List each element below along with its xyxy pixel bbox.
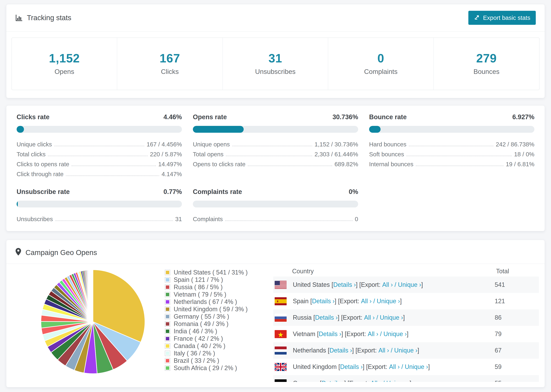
dotted-leader [54, 146, 144, 146]
link-separator: / [374, 314, 380, 321]
details-link[interactable]: Details › [315, 314, 338, 321]
flag-es-icon [275, 297, 287, 305]
export-unique-link[interactable]: Unique › [377, 298, 400, 305]
details-link[interactable]: Details › [333, 281, 356, 288]
summary-stat: 167 Clicks [117, 38, 223, 90]
legend-item: South Africa ( 29 / 2% ) [165, 364, 247, 372]
export-prefix: [Export: [338, 298, 359, 305]
bracket: ] [335, 298, 338, 305]
legend-label: Germany ( 55 / 3% ) [174, 313, 229, 320]
rate-value: 30.736% [332, 113, 358, 121]
export-unique-link[interactable]: Unique › [383, 330, 407, 338]
legend-label: Spain ( 121 / 7% ) [174, 276, 223, 283]
summary-stat-label: Opens [12, 68, 117, 75]
details-link[interactable]: Details › [322, 380, 344, 382]
rate-detail-row: Clicks to opens rate 14.497% [17, 158, 182, 168]
country-name: Russia [293, 314, 312, 321]
details-link[interactable]: Details › [329, 347, 352, 354]
summary-stat-value: 31 [223, 51, 328, 65]
legend-swatch [165, 322, 170, 326]
rate-detail-value: 18 / 0% [514, 151, 534, 158]
export-prefix: [Export: [347, 380, 369, 382]
column-header-total: Total [496, 268, 539, 275]
rate-detail-value: 167 / 4.456% [147, 141, 182, 148]
rate-detail-value: 242 / 86.738% [496, 141, 534, 148]
bracket: ] [363, 363, 366, 371]
geo-table-row: Netherlands [ Details › ] [Export: All ›… [273, 342, 539, 359]
export-prefix: [Export: [345, 330, 366, 338]
summary-stat-label: Complaints [328, 68, 433, 75]
summary-stat-label: Bounces [434, 68, 539, 75]
link-separator: / [389, 347, 394, 354]
legend-swatch [165, 329, 170, 334]
rate-title: Opens rate [193, 113, 227, 121]
export-all-link[interactable]: All › [370, 380, 381, 382]
rate-detail-row: Unsubscribes 31 [17, 213, 182, 223]
export-unique-link[interactable]: Unique › [398, 281, 421, 288]
country-name: Spain [293, 298, 309, 305]
link-separator: / [372, 298, 377, 305]
export-unique-link[interactable]: Unique › [386, 380, 410, 382]
flag-gb-icon [275, 363, 287, 371]
flag-nl-icon [275, 347, 287, 355]
details-link[interactable]: Details › [319, 330, 341, 338]
geo-table-row: Spain [ Details › ] [Export: All › / Uni… [273, 293, 539, 309]
export-all-link[interactable]: All › [364, 314, 374, 321]
dotted-leader [66, 175, 159, 176]
bracket: ] [356, 281, 359, 288]
rates-grid: Clicks rate 4.46% Unique clicks 167 / 4.… [17, 113, 534, 223]
export-all-link[interactable]: All › [379, 347, 389, 354]
rate-block: Unsubscribe rate 0.77% Unsubscribes 31 [17, 188, 182, 223]
country-total: 67 [495, 347, 537, 354]
export-prefix: [Export: [341, 314, 362, 321]
summary-stat-label: Clicks [117, 68, 222, 75]
details-link[interactable]: Details › [340, 363, 363, 371]
summary-stat: 1,152 Opens [12, 38, 117, 90]
legend-item: Spain ( 121 / 7% ) [165, 276, 247, 283]
export-unique-link[interactable]: Unique › [405, 363, 428, 371]
rate-title: Unsubscribe rate [17, 188, 70, 196]
geo-content: United States ( 541 / 31% ) Spain ( 121 … [6, 264, 545, 382]
bracket: [ [320, 380, 322, 382]
export-prefix: [Export: [359, 281, 380, 288]
geo-table-row: United Kingdom [ Details › ] [Export: Al… [273, 359, 539, 375]
bracket: [ [328, 347, 329, 354]
rate-detail-row: Complaints 0 [193, 213, 358, 223]
bracket: ] [341, 330, 345, 338]
export-all-link[interactable]: All › [368, 330, 378, 338]
export-unique-link[interactable]: Unique › [380, 314, 403, 321]
rate-detail-value: 4.147% [162, 171, 182, 177]
legend-label: South Africa ( 29 / 2% ) [174, 364, 237, 372]
export-all-link[interactable]: All › [389, 363, 400, 371]
rate-detail-value: 220 / 5.87% [150, 151, 182, 158]
country-total: 55 [495, 380, 537, 382]
rate-detail-label: Opens to clicks rate [193, 161, 245, 168]
rate-detail-value: 31 [175, 216, 182, 223]
rate-detail-row: Total opens 2,303 / 61.446% [193, 148, 358, 158]
export-all-link[interactable]: All › [361, 298, 372, 305]
bracket: ] [428, 363, 430, 371]
export-all-link[interactable]: All › [382, 281, 393, 288]
bracket: ] [407, 330, 409, 338]
legend-swatch [165, 270, 170, 275]
rate-detail-row: Unique clicks 167 / 4.456% [17, 138, 182, 148]
bracket: ] [338, 314, 341, 321]
country-name: Germany [293, 380, 318, 382]
legend-label: Vietnam ( 79 / 5% ) [174, 291, 226, 298]
link-separator: / [378, 330, 383, 338]
export-basic-stats-button[interactable]: Export basic stats [468, 11, 536, 25]
dotted-leader [55, 220, 173, 221]
rate-progress-track [193, 201, 358, 207]
details-link[interactable]: Details › [312, 298, 335, 305]
rate-detail-value: 0 [355, 216, 358, 223]
rate-detail-value: 689.82% [335, 161, 358, 168]
legend-item: Russia ( 86 / 5% ) [165, 283, 247, 291]
summary-stat-value: 0 [328, 51, 433, 65]
bracket: ] [421, 281, 423, 288]
export-unique-link[interactable]: Unique › [394, 347, 417, 354]
pie-legend: United States ( 541 / 31% ) Spain ( 121 … [165, 269, 247, 372]
bracket: ] [344, 380, 347, 382]
rate-detail-row: Total clicks 220 / 5.87% [17, 148, 182, 158]
summary-stat-value: 167 [117, 51, 222, 65]
rate-progress-track [17, 201, 182, 207]
